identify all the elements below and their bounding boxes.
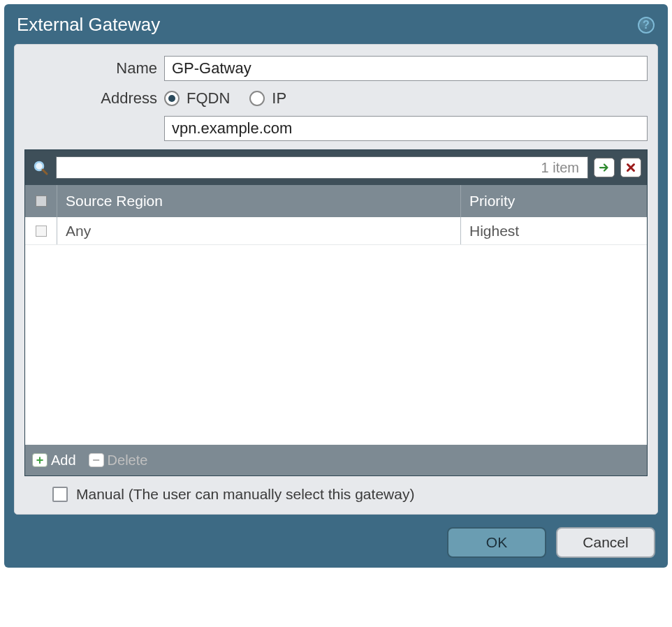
grid-clear-button[interactable] xyxy=(620,158,641,177)
table-row[interactable]: Any Highest xyxy=(25,217,647,245)
checkbox-icon xyxy=(36,196,47,207)
address-type-fqdn-radio[interactable]: FQDN xyxy=(164,89,230,108)
name-input[interactable] xyxy=(164,56,648,81)
radio-icon xyxy=(164,91,180,106)
grid-body: Any Highest xyxy=(25,217,647,445)
delete-button[interactable]: − Delete xyxy=(89,452,148,469)
fqdn-radio-label: FQDN xyxy=(187,89,230,108)
ok-button[interactable]: OK xyxy=(447,527,546,558)
minus-icon: − xyxy=(89,453,104,467)
grid-header-checkbox-cell[interactable] xyxy=(25,185,57,217)
help-button[interactable]: ? xyxy=(637,16,655,34)
form-area: Name Address FQDN IP xyxy=(14,44,658,515)
grid-toolbar xyxy=(25,150,647,185)
dialog-title: External Gateway xyxy=(17,14,160,36)
address-input[interactable] xyxy=(164,116,648,141)
grid-header: Source Region Priority xyxy=(25,185,647,217)
help-icon: ? xyxy=(638,17,655,34)
search-icon xyxy=(31,158,50,177)
name-row: Name xyxy=(24,56,648,81)
address-type-radio-group: FQDN IP xyxy=(164,89,286,108)
external-gateway-dialog: External Gateway ? Name Address FQDN IP xyxy=(4,4,668,568)
row-source-region: Any xyxy=(57,217,461,244)
add-button[interactable]: + Add xyxy=(32,452,76,469)
dialog-titlebar: External Gateway ? xyxy=(4,4,668,44)
grid-go-button[interactable] xyxy=(594,158,615,177)
dialog-button-bar: OK Cancel xyxy=(4,515,668,558)
address-value-row xyxy=(24,116,648,141)
radio-icon xyxy=(249,91,265,106)
delete-button-label: Delete xyxy=(108,452,148,469)
grid-footer: + Add − Delete xyxy=(25,445,647,475)
address-label: Address xyxy=(24,89,164,108)
row-actions xyxy=(587,217,647,244)
row-checkbox-cell[interactable] xyxy=(25,217,57,244)
source-region-grid: Source Region Priority Any Highest + Add xyxy=(24,149,648,476)
ip-radio-label: IP xyxy=(272,89,286,108)
add-button-label: Add xyxy=(51,452,76,469)
cancel-button[interactable]: Cancel xyxy=(556,527,655,558)
grid-search-input[interactable] xyxy=(56,156,588,179)
manual-row: Manual (The user can manually select thi… xyxy=(52,486,643,503)
address-type-row: Address FQDN IP xyxy=(24,89,648,108)
address-type-ip-radio[interactable]: IP xyxy=(249,89,286,108)
checkbox-icon xyxy=(36,226,47,237)
manual-label: Manual (The user can manually select thi… xyxy=(76,486,414,503)
svg-line-1 xyxy=(43,170,47,174)
name-label: Name xyxy=(24,59,164,78)
plus-icon: + xyxy=(32,453,48,467)
grid-header-priority[interactable]: Priority xyxy=(461,185,647,217)
manual-checkbox[interactable] xyxy=(52,487,68,502)
row-priority: Highest xyxy=(461,217,587,244)
grid-header-source-region[interactable]: Source Region xyxy=(57,185,461,217)
